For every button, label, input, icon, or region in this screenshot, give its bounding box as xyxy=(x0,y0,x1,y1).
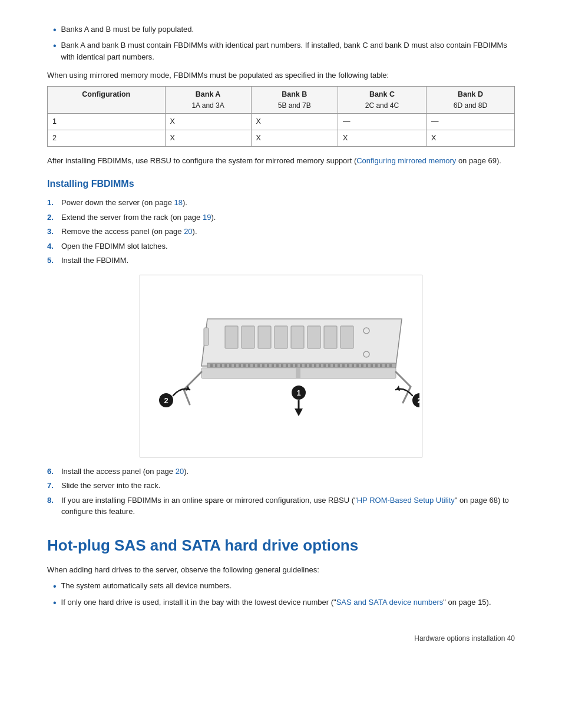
svg-rect-42 xyxy=(356,364,359,367)
svg-text:2: 2 xyxy=(417,396,419,405)
svg-rect-32 xyxy=(309,364,312,367)
step-text-3: Remove the access panel (on page 20). xyxy=(61,226,197,238)
svg-rect-5 xyxy=(275,326,287,348)
svg-rect-13 xyxy=(220,364,222,367)
svg-rect-6 xyxy=(291,326,304,348)
step-num-8: 8. xyxy=(47,495,61,506)
step2-link[interactable]: 19 xyxy=(203,213,211,222)
svg-text:1: 1 xyxy=(296,388,300,397)
svg-rect-45 xyxy=(371,364,373,367)
svg-rect-15 xyxy=(229,364,232,367)
step3-link[interactable]: 20 xyxy=(184,227,192,236)
cell-1-bankd: — xyxy=(426,114,514,130)
intro-text: When using mirrored memory mode, FBDIMMs… xyxy=(47,70,515,81)
cell-1-bankc: — xyxy=(338,114,426,130)
table-header-row: Configuration Bank A 1A and 3A Bank B 5B… xyxy=(48,86,515,114)
step-8: 8. If you are installing FBDIMMs in an o… xyxy=(47,495,515,518)
cell-1-bankb: X xyxy=(251,114,338,130)
th-bank-b: Bank B 5B and 7B xyxy=(251,86,338,114)
svg-rect-22 xyxy=(262,364,265,367)
step-text-1: Power down the server (on page 18). xyxy=(61,197,187,209)
svg-rect-19 xyxy=(248,364,250,367)
svg-rect-28 xyxy=(290,364,293,367)
cell-2-bankc: X xyxy=(338,130,426,147)
sas-sata-link[interactable]: SAS and SATA device numbers xyxy=(336,598,444,607)
after-table-text: After installing FBDIMMs, use RBSU to co… xyxy=(47,156,356,165)
svg-rect-54 xyxy=(296,368,300,378)
cell-2-bankb: X xyxy=(251,130,338,147)
bottom-bullet-list: The system automatically sets all device… xyxy=(47,580,515,610)
svg-rect-36 xyxy=(328,364,330,367)
table-row: 2 X X X X xyxy=(48,130,515,147)
svg-rect-4 xyxy=(258,326,271,348)
svg-rect-3 xyxy=(242,326,254,348)
svg-text:2: 2 xyxy=(164,396,168,405)
step-text-5: Install the FBDIMM. xyxy=(61,255,128,266)
svg-rect-11 xyxy=(210,364,213,367)
fbdimm-table: Configuration Bank A 1A and 3A Bank B 5B… xyxy=(47,86,515,147)
svg-rect-41 xyxy=(352,364,354,367)
svg-rect-33 xyxy=(314,364,316,367)
svg-line-57 xyxy=(396,372,411,387)
step-num-7: 7. xyxy=(47,480,61,492)
bottom-bullet-text-2: If only one hard drive is used, install … xyxy=(61,597,491,608)
step-4: 4. Open the FBDIMM slot latches. xyxy=(47,241,515,252)
configuring-mirrored-link[interactable]: Configuring mirrored memory xyxy=(356,156,456,165)
step-text-6: Install the access panel (on page 20). xyxy=(61,466,189,477)
table-row: 1 X X — — xyxy=(48,114,515,130)
after-table-page: on page 69 xyxy=(456,156,497,165)
svg-rect-20 xyxy=(253,364,255,367)
svg-rect-39 xyxy=(342,364,345,367)
general-text: When adding hard drives to the server, o… xyxy=(47,564,515,576)
step-num-1: 1. xyxy=(47,197,61,209)
svg-rect-49 xyxy=(389,364,392,367)
svg-line-55 xyxy=(184,372,201,390)
svg-rect-47 xyxy=(380,364,382,367)
svg-rect-31 xyxy=(305,364,307,367)
step-text-4: Open the FBDIMM slot latches. xyxy=(61,241,168,252)
step-text-8: If you are installing FBDIMMs in an onli… xyxy=(61,495,515,518)
svg-rect-34 xyxy=(319,364,321,367)
cell-2-banka: X xyxy=(165,130,251,147)
step-2: 2. Extend the server from the rack (on p… xyxy=(47,212,515,223)
step-num-5: 5. xyxy=(47,255,61,266)
th-bank-a: Bank A 1A and 3A xyxy=(165,86,251,114)
svg-rect-43 xyxy=(361,364,363,367)
page-footer: Hardware options installation 40 xyxy=(47,633,515,644)
step8-link[interactable]: HP ROM-Based Setup Utility xyxy=(357,496,455,505)
svg-rect-7 xyxy=(308,326,320,348)
svg-rect-26 xyxy=(281,364,283,367)
svg-rect-50 xyxy=(204,328,209,345)
footer-text: Hardware options installation 40 xyxy=(414,633,515,644)
th-configuration: Configuration xyxy=(48,86,166,114)
svg-rect-27 xyxy=(286,364,288,367)
bullet-item-2: Bank A and bank B must contain FBDIMMs w… xyxy=(47,39,515,62)
step-num-4: 4. xyxy=(47,241,61,252)
svg-rect-46 xyxy=(375,364,378,367)
bullet-item-1: Banks A and B must be fully populated. xyxy=(47,24,515,37)
svg-rect-40 xyxy=(347,364,349,367)
svg-rect-8 xyxy=(324,326,337,348)
after-table-end: ). xyxy=(497,156,501,165)
svg-line-56 xyxy=(184,390,190,404)
svg-rect-44 xyxy=(366,364,368,367)
step-6: 6. Install the access panel (on page 20)… xyxy=(47,466,515,477)
svg-rect-24 xyxy=(272,364,274,367)
step6-link[interactable]: 20 xyxy=(176,467,184,476)
bullet-text-2: Bank A and bank B must contain FBDIMMs w… xyxy=(61,39,515,62)
svg-rect-23 xyxy=(267,364,269,367)
cell-1-banka: X xyxy=(165,114,251,130)
th-bank-c: Bank C 2C and 4C xyxy=(338,86,426,114)
bottom-bullet-1: The system automatically sets all device… xyxy=(47,580,515,593)
top-bullet-list: Banks A and B must be fully populated. B… xyxy=(47,24,515,62)
step-num-3: 3. xyxy=(47,226,61,238)
bottom-bullet-2: If only one hard drive is used, install … xyxy=(47,597,515,610)
svg-rect-14 xyxy=(224,364,227,367)
cell-config-2: 2 xyxy=(48,130,166,147)
svg-rect-37 xyxy=(333,364,335,367)
step-1: 1. Power down the server (on page 18). xyxy=(47,197,515,209)
bullet-text-1: Banks A and B must be fully populated. xyxy=(61,24,194,35)
th-bank-d: Bank D 6D and 8D xyxy=(426,86,514,114)
step1-link[interactable]: 18 xyxy=(174,198,183,207)
bottom-bullet-text-1: The system automatically sets all device… xyxy=(61,580,232,592)
